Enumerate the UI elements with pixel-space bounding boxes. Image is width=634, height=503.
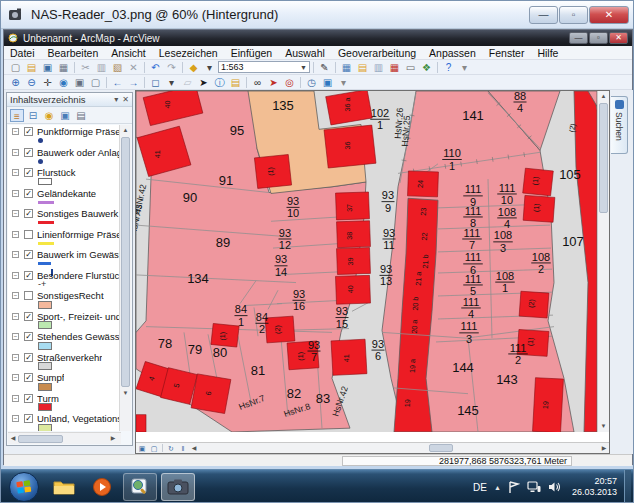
arcmap-minimize-button[interactable]: — bbox=[569, 32, 588, 44]
scroll-up-icon[interactable]: ▲ bbox=[120, 125, 131, 136]
scroll-up-icon[interactable]: ▲ bbox=[598, 91, 609, 102]
layer-visibility-checkbox[interactable]: ✓ bbox=[24, 353, 33, 362]
add-data-dropdown-icon[interactable]: ▾ bbox=[202, 61, 217, 74]
layer-visibility-checkbox[interactable]: ✓ bbox=[24, 312, 33, 321]
clear-selection-icon[interactable]: ▱ bbox=[180, 76, 195, 89]
layer-visibility-checkbox[interactable]: ✓ bbox=[24, 127, 33, 136]
menu-hilfe[interactable]: Hilfe bbox=[537, 47, 558, 59]
layout-view-button[interactable]: ▢ bbox=[148, 444, 160, 453]
combo-dropdown-icon[interactable]: ▼ bbox=[300, 64, 307, 71]
redo-icon[interactable]: ↷ bbox=[164, 61, 179, 74]
pan-icon[interactable]: ✛ bbox=[40, 76, 55, 89]
list-by-visibility-icon[interactable]: ◉ bbox=[42, 109, 56, 122]
arctoolbox-icon[interactable]: ▦ bbox=[387, 61, 402, 74]
toc-options-icon[interactable]: ▤ bbox=[74, 109, 88, 122]
layer-visibility-checkbox[interactable]: ✓ bbox=[24, 209, 33, 218]
delete-icon[interactable]: ✕ bbox=[126, 61, 141, 74]
menu-fenster[interactable]: Fenster bbox=[489, 47, 525, 59]
layer-expander-icon[interactable]: − bbox=[12, 210, 19, 217]
layer-visibility-checkbox[interactable]: ✓ bbox=[24, 414, 33, 423]
toolbar-overflow-icon[interactable]: ▾ bbox=[457, 61, 472, 74]
undo-icon[interactable]: ↶ bbox=[148, 61, 163, 74]
map-horizontal-scrollbar[interactable]: ▣ ▢ ↻ ‖ ◀ ▶ bbox=[136, 442, 609, 453]
python-window-icon[interactable]: ▭ bbox=[403, 61, 418, 74]
list-by-drawing-order-icon[interactable]: ≡ bbox=[10, 109, 24, 122]
refresh-view-button[interactable]: ↻ bbox=[165, 444, 177, 453]
select-elements-icon[interactable]: ➤ bbox=[196, 76, 211, 89]
search-dock-tab[interactable]: Suchen bbox=[611, 96, 628, 154]
cadastral-map[interactable]: 9513591908913478798081828314114414314510… bbox=[136, 91, 597, 432]
fixed-zoom-out-icon[interactable]: ▢ bbox=[88, 76, 103, 89]
action-center-flag-icon[interactable] bbox=[508, 481, 520, 494]
print-icon[interactable]: ▦ bbox=[56, 61, 71, 74]
layer-expander-icon[interactable]: − bbox=[12, 149, 19, 156]
identify-icon[interactable]: ⓘ bbox=[212, 76, 227, 89]
outer-close-button[interactable]: ✕ bbox=[589, 6, 629, 24]
toc-close-icon[interactable]: ✕ bbox=[122, 95, 129, 104]
new-document-icon[interactable]: ▢ bbox=[8, 61, 23, 74]
scroll-down-icon[interactable]: ▼ bbox=[598, 421, 609, 432]
open-folder-icon[interactable]: ▤ bbox=[24, 61, 39, 74]
layer-label[interactable]: Besondere Flurstücksg bbox=[37, 270, 119, 281]
save-icon[interactable]: ▣ bbox=[40, 61, 55, 74]
layer-label[interactable]: Turm bbox=[37, 393, 59, 404]
scroll-right-icon[interactable]: ▶ bbox=[599, 443, 609, 454]
layer-visibility-checkbox[interactable]: ✓ bbox=[24, 148, 33, 157]
layer-label[interactable]: Straßenverkehr bbox=[37, 352, 102, 363]
layer-label[interactable]: Stehendes Gewässer bbox=[37, 331, 119, 342]
layer-expander-icon[interactable]: − bbox=[12, 128, 19, 135]
toc-pin-icon[interactable]: ▾ bbox=[114, 95, 118, 104]
layer-expander-icon[interactable]: − bbox=[12, 190, 19, 197]
editor-toolbar-icon[interactable]: ✎ bbox=[317, 61, 332, 74]
map-hscroll-thumb[interactable] bbox=[429, 444, 453, 452]
scroll-right-icon[interactable]: ▶ bbox=[108, 433, 118, 444]
go-to-xy-icon[interactable]: ◎ bbox=[282, 76, 297, 89]
taskbar-explorer-button[interactable] bbox=[47, 473, 81, 501]
scroll-left-icon[interactable]: ◀ bbox=[189, 443, 199, 454]
outer-minimize-button[interactable]: — bbox=[529, 6, 558, 24]
copy-icon[interactable]: ▥ bbox=[94, 61, 109, 74]
start-button[interactable] bbox=[9, 472, 39, 502]
menu-auswahl[interactable]: Auswahl bbox=[285, 47, 325, 59]
arcmap-close-button[interactable]: ✕ bbox=[609, 32, 628, 44]
zoom-out-icon[interactable]: ⊖ bbox=[24, 76, 39, 89]
layer-visibility-checkbox[interactable]: ✓ bbox=[24, 332, 33, 341]
forward-extent-icon[interactable]: → bbox=[126, 76, 141, 89]
cut-icon[interactable]: ✂ bbox=[78, 61, 93, 74]
taskbar-arcmap-button[interactable] bbox=[123, 473, 157, 501]
menu-geoverarbeitung[interactable]: Geoverarbeitung bbox=[338, 47, 416, 59]
toc-hscroll-thumb[interactable] bbox=[18, 435, 63, 443]
toc-vertical-scrollbar[interactable]: ▲ ▼ bbox=[119, 125, 131, 431]
menu-einfügen[interactable]: Einfügen bbox=[231, 47, 272, 59]
list-by-selection-icon[interactable]: ▣ bbox=[58, 109, 72, 122]
search-window-icon[interactable]: ▥ bbox=[371, 61, 386, 74]
toc-scroll-thumb[interactable] bbox=[121, 137, 130, 387]
menu-datei[interactable]: Datei bbox=[10, 47, 35, 59]
layer-expander-icon[interactable]: − bbox=[12, 272, 19, 279]
layer-label[interactable]: Flurstück bbox=[37, 167, 76, 178]
viewer-window-icon[interactable]: ▣ bbox=[320, 76, 335, 89]
full-extent-icon[interactable]: ◉ bbox=[56, 76, 71, 89]
layer-expander-icon[interactable]: − bbox=[12, 415, 19, 422]
layer-visibility-checkbox[interactable]: ✓ bbox=[24, 250, 33, 259]
map-scale-combo[interactable]: 1:563▼ bbox=[218, 61, 310, 73]
time-slider-icon[interactable]: ◷ bbox=[304, 76, 319, 89]
layer-expander-icon[interactable]: − bbox=[12, 292, 19, 299]
layer-expander-icon[interactable]: − bbox=[12, 169, 19, 176]
layer-label[interactable]: Bauwerk im Gewässerb bbox=[37, 249, 119, 260]
layer-visibility-checkbox[interactable]: ✓ bbox=[24, 373, 33, 382]
layer-label[interactable]: Bauwerk oder Anlage bbox=[37, 147, 119, 158]
outer-maximize-button[interactable]: ▫ bbox=[559, 6, 588, 24]
menu-bearbeiten[interactable]: Bearbeiten bbox=[48, 47, 99, 59]
map-vscroll-thumb[interactable] bbox=[599, 103, 608, 213]
paste-icon[interactable]: ▧ bbox=[110, 61, 125, 74]
menu-ansicht[interactable]: Ansicht bbox=[111, 47, 145, 59]
layer-expander-icon[interactable]: − bbox=[12, 313, 19, 320]
layer-expander-icon[interactable]: − bbox=[12, 333, 19, 340]
layer-label[interactable]: Geländekante bbox=[37, 188, 96, 199]
pause-drawing-button[interactable]: ‖ bbox=[177, 444, 189, 453]
catalog-window-icon[interactable]: ▤ bbox=[355, 61, 370, 74]
taskbar-screenshot-tool-button[interactable] bbox=[161, 473, 195, 501]
layer-label[interactable]: Sumpf bbox=[37, 372, 64, 383]
find-icon[interactable]: ∞ bbox=[250, 76, 265, 89]
